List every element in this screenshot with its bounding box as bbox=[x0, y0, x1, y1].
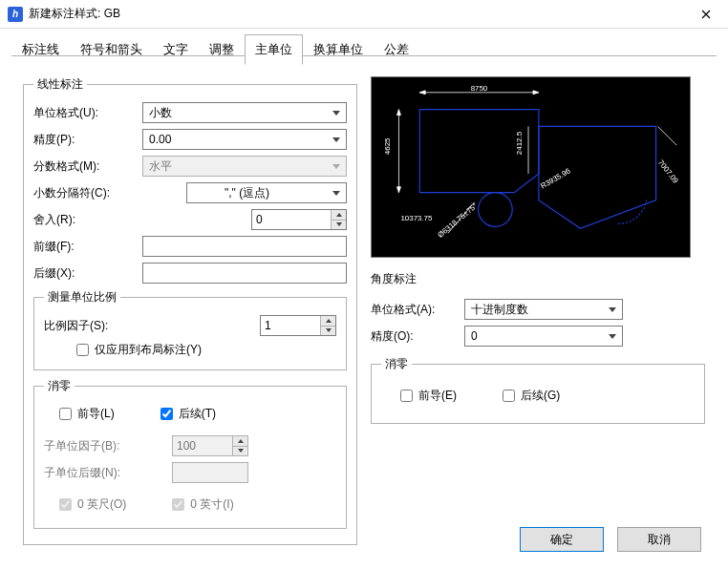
subunit-suffix-input bbox=[172, 462, 248, 483]
dim-left: 4625 bbox=[383, 137, 392, 155]
decimal-sep-select[interactable]: "," (逗点) bbox=[186, 182, 347, 203]
scale-factor-input[interactable] bbox=[261, 316, 320, 335]
svg-line-4 bbox=[658, 126, 677, 145]
round-spinner[interactable] bbox=[251, 209, 347, 230]
scale-spin-down[interactable] bbox=[321, 327, 335, 336]
suffix-input[interactable] bbox=[142, 263, 347, 284]
trailing-label[interactable]: 后续(T) bbox=[179, 406, 216, 422]
round-input[interactable] bbox=[252, 210, 331, 229]
cancel-button[interactable]: 取消 bbox=[617, 527, 701, 552]
app-icon: h bbox=[8, 7, 23, 22]
decimal-sep-label: 小数分隔符(C): bbox=[33, 185, 137, 201]
dim-bottom: 10373.75 bbox=[400, 214, 433, 222]
angle-precision-label: 精度(O): bbox=[371, 328, 459, 345]
chevron-down-icon bbox=[609, 307, 616, 312]
chevron-down-icon bbox=[332, 111, 340, 116]
tab-alt-units[interactable]: 换算单位 bbox=[303, 34, 374, 65]
close-icon bbox=[701, 10, 711, 19]
angle-unit-label: 单位格式(A): bbox=[371, 302, 459, 318]
zero-legend: 消零 bbox=[44, 378, 75, 394]
angle-trailing-label[interactable]: 后续(G) bbox=[521, 388, 560, 404]
fraction-format-select: 水平 bbox=[142, 156, 347, 177]
tab-symbols[interactable]: 符号和箭头 bbox=[70, 34, 153, 65]
suffix-label: 后缀(X): bbox=[33, 265, 137, 282]
tab-dimline[interactable]: 标注线 bbox=[11, 34, 70, 65]
angle-unit-select[interactable]: 十进制度数 bbox=[464, 299, 623, 320]
inches-checkbox bbox=[172, 498, 184, 511]
unit-format-select[interactable]: 小数 bbox=[142, 102, 347, 123]
precision-label: 精度(P): bbox=[33, 132, 137, 148]
layout-only-checkbox[interactable] bbox=[76, 344, 89, 356]
leading-checkbox[interactable] bbox=[59, 408, 72, 420]
unit-format-label: 单位格式(U): bbox=[33, 105, 137, 121]
chevron-down-icon bbox=[332, 191, 340, 196]
subunit-suffix-label: 子单位后缀(N): bbox=[44, 465, 147, 481]
angle-zero-group: 消零 前导(E) 后续(G) bbox=[371, 356, 705, 424]
window-title: 新建标注样式: GB bbox=[29, 6, 684, 22]
subunit-spin-up bbox=[233, 436, 247, 447]
linear-group: 线性标注 单位格式(U): 小数 精度(P): 0.00 分数格式(M): 水平 bbox=[23, 76, 357, 545]
dim-radius: R3935.96 bbox=[539, 166, 572, 190]
svg-point-0 bbox=[479, 193, 513, 227]
angle-zero-legend: 消零 bbox=[381, 356, 412, 372]
angle-precision-select[interactable]: 0 bbox=[464, 326, 623, 347]
subunit-factor-input bbox=[173, 436, 232, 455]
inches-label: 0 英寸(I) bbox=[190, 496, 233, 513]
scale-spin-up[interactable] bbox=[321, 316, 335, 327]
tab-tolerance[interactable]: 公差 bbox=[374, 34, 419, 65]
subunit-spin-down bbox=[233, 447, 247, 456]
tab-primary-units[interactable]: 主单位 bbox=[245, 34, 303, 65]
angle-leading-checkbox[interactable] bbox=[400, 390, 413, 402]
angle-trailing-checkbox[interactable] bbox=[503, 390, 515, 402]
angle-heading: 角度标注 bbox=[371, 271, 705, 287]
scale-group: 测量单位比例 比例因子(S): 仅应用到布局标注(Y) bbox=[33, 289, 347, 370]
scale-factor-spinner[interactable] bbox=[260, 315, 336, 336]
fraction-format-label: 分数格式(M): bbox=[33, 158, 137, 175]
feet-checkbox bbox=[59, 498, 72, 511]
scale-legend: 测量单位比例 bbox=[44, 289, 120, 306]
tab-adjust[interactable]: 调整 bbox=[199, 34, 245, 65]
chevron-down-icon bbox=[332, 164, 340, 169]
linear-legend: 线性标注 bbox=[33, 76, 87, 93]
feet-label: 0 英尺(O) bbox=[77, 496, 126, 513]
tab-text[interactable]: 文字 bbox=[153, 34, 199, 65]
tab-bar: 标注线 符号和箭头 文字 调整 主单位 换算单位 公差 bbox=[0, 29, 728, 65]
scale-factor-label: 比例因子(S): bbox=[44, 318, 147, 334]
close-button[interactable] bbox=[684, 0, 728, 29]
subunit-factor-spinner bbox=[172, 435, 248, 456]
layout-only-label[interactable]: 仅应用到布局标注(Y) bbox=[95, 342, 202, 358]
dim-top: 8750 bbox=[471, 84, 488, 93]
ok-button[interactable]: 确定 bbox=[520, 527, 604, 552]
zero-group: 消零 前导(L) 后续(T) 子单位因子(B): bbox=[33, 378, 347, 529]
prefix-input[interactable] bbox=[142, 236, 347, 257]
precision-select[interactable]: 0.00 bbox=[142, 129, 347, 150]
round-label: 舍入(R): bbox=[33, 212, 137, 228]
round-spin-up[interactable] bbox=[332, 210, 346, 221]
dim-angle: Ø6318.75±75° bbox=[437, 201, 480, 240]
trailing-checkbox[interactable] bbox=[161, 408, 173, 420]
round-spin-down[interactable] bbox=[332, 221, 346, 230]
chevron-down-icon bbox=[332, 137, 340, 142]
subunit-factor-label: 子单位因子(B): bbox=[44, 438, 147, 454]
prefix-label: 前缀(F): bbox=[33, 239, 137, 255]
dim-mid: 2412.5 bbox=[515, 131, 524, 155]
leading-label[interactable]: 前导(L) bbox=[77, 406, 115, 422]
preview-canvas: 8750 4625 2412.5 R3935.96 Ø6318.75±75° 1… bbox=[371, 76, 691, 258]
chevron-down-icon bbox=[609, 334, 616, 339]
dim-right: 7007.09 bbox=[656, 158, 680, 186]
angle-leading-label[interactable]: 前导(E) bbox=[418, 388, 457, 404]
